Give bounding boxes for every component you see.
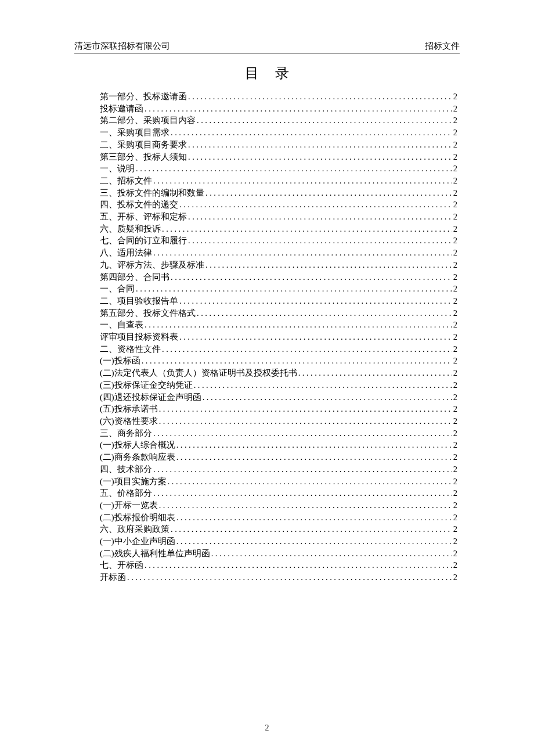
toc-dots (143, 103, 452, 115)
toc-label: 六、质疑和投诉 (100, 223, 161, 235)
toc-label: (二)残疾人福利性单位声明函 (100, 548, 210, 560)
toc-page: 2 (452, 295, 457, 307)
toc-row: 二、采购项目商务要求2 (100, 139, 457, 151)
toc-row: (四)退还投标保证金声明函2 (100, 391, 457, 404)
toc-page: 2 (452, 476, 457, 488)
page-header: 清远市深联招标有限公司 招标文件 (74, 41, 460, 53)
toc-row: 一、说明2 (100, 163, 457, 175)
toc-label: 六、政府采购政策 (100, 523, 169, 535)
toc-label: (一)开标一览表 (100, 499, 158, 512)
toc-label: 第四部分、合同书 (100, 271, 169, 283)
toc-dots (175, 451, 452, 463)
toc-dots (143, 319, 452, 331)
toc-dots (135, 283, 452, 295)
toc-label: (五)投标承诺书 (100, 403, 158, 415)
toc-dots (175, 535, 452, 548)
toc-label: 九、评标方法、步骤及标准 (100, 259, 204, 271)
toc-dots (126, 571, 452, 584)
toc-label: 五、价格部分 (100, 487, 152, 499)
toc-label: 第五部分、投标文件格式 (100, 307, 196, 319)
toc-row: 第二部分、采购项目内容2 (100, 114, 457, 127)
toc-label: 七、合同的订立和履行 (100, 235, 187, 247)
header-doc-title: 招标文件 (425, 41, 460, 52)
toc-dots (140, 355, 452, 367)
toc-dots (169, 127, 452, 139)
toc-dots (143, 559, 452, 571)
toc-row: 一、自查表2 (100, 319, 457, 331)
toc-row: (二)投标报价明细表2 (100, 512, 457, 524)
toc-label: (二)商务条款响应表 (100, 451, 175, 463)
toc-page: 2 (452, 139, 457, 151)
toc-dots (210, 548, 452, 560)
toc-dots (187, 91, 452, 103)
toc-dots (178, 199, 452, 211)
toc-label: 投标邀请函 (100, 103, 143, 115)
toc-row: 四、技术部分2 (100, 463, 457, 476)
toc-dots (204, 187, 452, 199)
toc-dots (161, 223, 452, 235)
toc-label: 三、投标文件的编制和数量 (100, 187, 204, 199)
toc-dots (152, 427, 452, 440)
toc-dots (187, 139, 452, 151)
toc-page: 2 (452, 283, 457, 295)
toc-row: (一)中小企业声明函2 (100, 535, 457, 548)
toc-row: 九、评标方法、步骤及标准2 (100, 259, 457, 271)
toc-page: 2 (452, 367, 457, 379)
toc-label: 一、说明 (100, 163, 135, 175)
toc-page: 2 (452, 451, 457, 463)
toc-dots (175, 439, 452, 451)
toc-row: 五、开标、评标和定标2 (100, 211, 457, 223)
toc-label: (一)项目实施方案 (100, 476, 167, 488)
toc-row: 三、商务部分2 (100, 427, 457, 440)
toc-row: 第三部分、投标人须知2 (100, 151, 457, 163)
toc-row: (一)项目实施方案2 (100, 476, 457, 488)
toc-page: 2 (452, 391, 457, 404)
toc-row: 七、开标函2 (100, 559, 457, 571)
toc-page: 2 (452, 187, 457, 199)
toc-page: 2 (452, 487, 457, 499)
toc-label: 开标函 (100, 571, 126, 584)
toc-row: (二)商务条款响应表2 (100, 451, 457, 463)
toc-dots (169, 271, 452, 283)
toc-label: 一、自查表 (100, 319, 143, 331)
toc-dots (178, 295, 452, 307)
toc-row: 第一部分、投标邀请函2 (100, 91, 457, 103)
toc-dots (196, 307, 452, 319)
toc-page: 2 (452, 151, 457, 163)
toc-row: 评审项目投标资料表2 (100, 331, 457, 343)
toc-row: 四、投标文件的递交2 (100, 199, 457, 211)
toc-row: 一、采购项目需求2 (100, 127, 457, 139)
toc-dots (135, 163, 452, 175)
toc-row: (三)投标保证金交纳凭证2 (100, 379, 457, 391)
toc-row: 六、政府采购政策2 (100, 523, 457, 535)
toc-row: 七、合同的订立和履行2 (100, 235, 457, 247)
toc-page: 2 (452, 235, 457, 247)
toc-label: 四、投标文件的递交 (100, 199, 178, 211)
toc-row: 二、资格性文件2 (100, 343, 457, 355)
toc-dots (204, 259, 452, 271)
toc-page: 2 (452, 199, 457, 211)
toc-page: 2 (452, 548, 457, 560)
toc-row: (一)投标函2 (100, 355, 457, 367)
toc-page: 2 (452, 91, 457, 103)
toc-page: 2 (452, 127, 457, 139)
toc-row: 六、质疑和投诉2 (100, 223, 457, 235)
toc-page: 2 (452, 559, 457, 571)
toc-row: 八、适用法律2 (100, 247, 457, 259)
toc-page: 2 (452, 211, 457, 223)
toc-row: (二)残疾人福利性单位声明函2 (100, 548, 457, 560)
toc-row: (一)投标人综合概况2 (100, 439, 457, 451)
toc-page: 2 (452, 355, 457, 367)
toc-page: 2 (452, 259, 457, 271)
toc-page: 2 (452, 463, 457, 476)
toc-row: 第四部分、合同书2 (100, 271, 457, 283)
toc-label: 八、适用法律 (100, 247, 152, 259)
toc-page: 2 (452, 163, 457, 175)
toc-page: 2 (452, 499, 457, 512)
toc-row: 二、项目验收报告单2 (100, 295, 457, 307)
toc-dots (297, 367, 452, 379)
toc-dots (152, 487, 452, 499)
toc-label: (一)投标人综合概况 (100, 439, 175, 451)
toc-dots (152, 247, 452, 259)
toc-label: 四、技术部分 (100, 463, 152, 476)
